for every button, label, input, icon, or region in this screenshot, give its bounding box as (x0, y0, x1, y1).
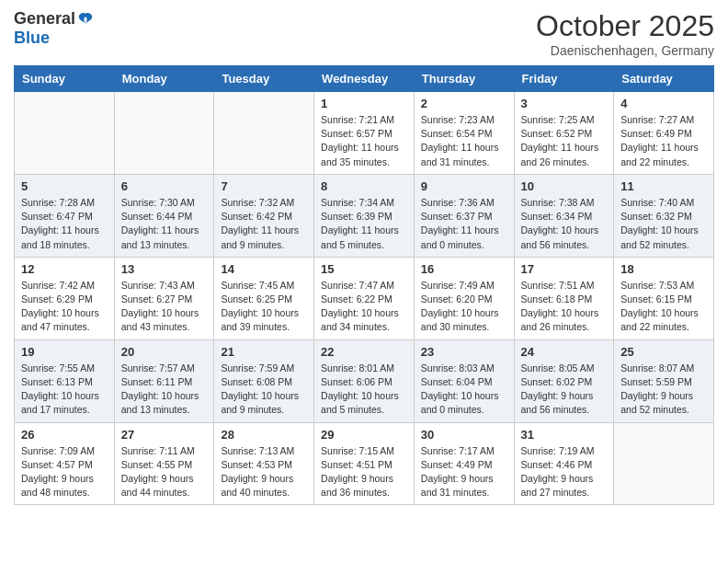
day-number: 26 (21, 428, 108, 442)
day-number: 31 (521, 428, 608, 442)
month-title: October 2025 (536, 9, 714, 43)
day-info: Sunrise: 7:17 AM Sunset: 4:49 PM Dayligh… (421, 444, 507, 500)
day-number: 4 (620, 97, 707, 110)
day-number: 2 (421, 97, 507, 110)
calendar-cell: 14Sunrise: 7:45 AM Sunset: 6:25 PM Dayli… (214, 257, 314, 339)
day-info: Sunrise: 7:28 AM Sunset: 6:47 PM Dayligh… (21, 196, 108, 252)
calendar-cell (114, 92, 214, 175)
day-number: 3 (521, 97, 608, 110)
day-number: 19 (21, 345, 108, 359)
calendar-cell: 8Sunrise: 7:34 AM Sunset: 6:39 PM Daylig… (314, 174, 415, 257)
day-info: Sunrise: 7:47 AM Sunset: 6:22 PM Dayligh… (321, 279, 407, 335)
day-info: Sunrise: 7:34 AM Sunset: 6:39 PM Dayligh… (321, 196, 407, 252)
day-info: Sunrise: 7:23 AM Sunset: 6:54 PM Dayligh… (421, 113, 507, 169)
day-number: 6 (121, 179, 208, 193)
day-info: Sunrise: 7:49 AM Sunset: 6:20 PM Dayligh… (421, 279, 507, 335)
day-info: Sunrise: 7:25 AM Sunset: 6:52 PM Dayligh… (521, 113, 608, 169)
col-sunday: Sunday (15, 66, 115, 92)
calendar-cell: 2Sunrise: 7:23 AM Sunset: 6:54 PM Daylig… (414, 92, 514, 175)
day-number: 22 (321, 345, 407, 359)
day-info: Sunrise: 7:40 AM Sunset: 6:32 PM Dayligh… (620, 196, 707, 252)
day-info: Sunrise: 7:51 AM Sunset: 6:18 PM Dayligh… (521, 279, 608, 335)
logo-general-text: General (14, 9, 75, 29)
day-info: Sunrise: 7:57 AM Sunset: 6:11 PM Dayligh… (121, 362, 208, 418)
title-section: October 2025 Daenischenhagen, Germany (536, 9, 714, 58)
day-number: 7 (221, 179, 307, 193)
calendar-cell: 9Sunrise: 7:36 AM Sunset: 6:37 PM Daylig… (414, 174, 514, 257)
calendar-week-row: 12Sunrise: 7:42 AM Sunset: 6:29 PM Dayli… (15, 257, 714, 339)
calendar-cell: 11Sunrise: 7:40 AM Sunset: 6:32 PM Dayli… (614, 174, 714, 257)
header: General Blue October 2025 Daenischenhage… (14, 9, 714, 58)
day-number: 29 (321, 428, 407, 442)
col-thursday: Thursday (414, 66, 514, 92)
col-friday: Friday (514, 66, 614, 92)
calendar-cell: 31Sunrise: 7:19 AM Sunset: 4:46 PM Dayli… (514, 422, 614, 505)
day-info: Sunrise: 7:53 AM Sunset: 6:15 PM Dayligh… (620, 279, 707, 335)
calendar-cell: 1Sunrise: 7:21 AM Sunset: 6:57 PM Daylig… (314, 92, 415, 175)
calendar-cell: 20Sunrise: 7:57 AM Sunset: 6:11 PM Dayli… (114, 339, 214, 422)
day-info: Sunrise: 8:05 AM Sunset: 6:02 PM Dayligh… (521, 362, 608, 418)
day-info: Sunrise: 7:09 AM Sunset: 4:57 PM Dayligh… (21, 444, 108, 500)
day-info: Sunrise: 8:07 AM Sunset: 5:59 PM Dayligh… (620, 362, 707, 418)
day-number: 10 (521, 179, 608, 193)
day-info: Sunrise: 7:30 AM Sunset: 6:44 PM Dayligh… (121, 196, 208, 252)
calendar-cell: 24Sunrise: 8:05 AM Sunset: 6:02 PM Dayli… (514, 339, 614, 422)
calendar-cell: 13Sunrise: 7:43 AM Sunset: 6:27 PM Dayli… (114, 257, 214, 339)
calendar-cell: 16Sunrise: 7:49 AM Sunset: 6:20 PM Dayli… (414, 257, 514, 339)
calendar-cell: 6Sunrise: 7:30 AM Sunset: 6:44 PM Daylig… (114, 174, 214, 257)
day-number: 1 (321, 97, 407, 110)
day-number: 17 (521, 262, 608, 276)
day-info: Sunrise: 7:32 AM Sunset: 6:42 PM Dayligh… (221, 196, 307, 252)
calendar-cell: 18Sunrise: 7:53 AM Sunset: 6:15 PM Dayli… (614, 257, 714, 339)
day-number: 9 (421, 179, 507, 193)
calendar-cell: 23Sunrise: 8:03 AM Sunset: 6:04 PM Dayli… (414, 339, 514, 422)
calendar-week-row: 26Sunrise: 7:09 AM Sunset: 4:57 PM Dayli… (15, 422, 714, 505)
day-info: Sunrise: 7:19 AM Sunset: 4:46 PM Dayligh… (521, 444, 608, 500)
day-info: Sunrise: 7:45 AM Sunset: 6:25 PM Dayligh… (221, 279, 307, 335)
day-info: Sunrise: 7:21 AM Sunset: 6:57 PM Dayligh… (321, 113, 407, 169)
calendar-cell: 17Sunrise: 7:51 AM Sunset: 6:18 PM Dayli… (514, 257, 614, 339)
calendar-week-row: 1Sunrise: 7:21 AM Sunset: 6:57 PM Daylig… (15, 92, 714, 175)
day-number: 30 (421, 428, 507, 442)
calendar-cell: 30Sunrise: 7:17 AM Sunset: 4:49 PM Dayli… (414, 422, 514, 505)
day-number: 11 (620, 179, 707, 193)
calendar-table: Sunday Monday Tuesday Wednesday Thursday… (14, 65, 714, 505)
logo-blue-text: Blue (14, 29, 50, 48)
day-number: 15 (321, 262, 407, 276)
calendar-cell: 12Sunrise: 7:42 AM Sunset: 6:29 PM Dayli… (15, 257, 115, 339)
location: Daenischenhagen, Germany (536, 43, 714, 58)
day-info: Sunrise: 7:13 AM Sunset: 4:53 PM Dayligh… (221, 444, 307, 500)
day-number: 20 (121, 345, 208, 359)
calendar-cell: 7Sunrise: 7:32 AM Sunset: 6:42 PM Daylig… (214, 174, 314, 257)
day-info: Sunrise: 7:55 AM Sunset: 6:13 PM Dayligh… (21, 362, 108, 418)
calendar-cell (15, 92, 115, 175)
day-number: 25 (620, 345, 707, 359)
col-wednesday: Wednesday (314, 66, 415, 92)
calendar-cell: 28Sunrise: 7:13 AM Sunset: 4:53 PM Dayli… (214, 422, 314, 505)
day-number: 16 (421, 262, 507, 276)
day-number: 13 (121, 262, 208, 276)
calendar-cell: 22Sunrise: 8:01 AM Sunset: 6:06 PM Dayli… (314, 339, 415, 422)
day-info: Sunrise: 7:38 AM Sunset: 6:34 PM Dayligh… (521, 196, 608, 252)
day-info: Sunrise: 7:36 AM Sunset: 6:37 PM Dayligh… (421, 196, 507, 252)
calendar-cell: 25Sunrise: 8:07 AM Sunset: 5:59 PM Dayli… (614, 339, 714, 422)
day-number: 24 (521, 345, 608, 359)
day-number: 5 (21, 179, 108, 193)
col-tuesday: Tuesday (214, 66, 314, 92)
day-number: 12 (21, 262, 108, 276)
day-info: Sunrise: 7:42 AM Sunset: 6:29 PM Dayligh… (21, 279, 108, 335)
calendar-cell: 29Sunrise: 7:15 AM Sunset: 4:51 PM Dayli… (314, 422, 415, 505)
day-info: Sunrise: 7:11 AM Sunset: 4:55 PM Dayligh… (121, 444, 208, 500)
day-info: Sunrise: 7:43 AM Sunset: 6:27 PM Dayligh… (121, 279, 208, 335)
calendar-cell: 10Sunrise: 7:38 AM Sunset: 6:34 PM Dayli… (514, 174, 614, 257)
day-info: Sunrise: 7:59 AM Sunset: 6:08 PM Dayligh… (221, 362, 307, 418)
day-number: 23 (421, 345, 507, 359)
day-number: 21 (221, 345, 307, 359)
calendar-cell: 5Sunrise: 7:28 AM Sunset: 6:47 PM Daylig… (15, 174, 115, 257)
col-monday: Monday (114, 66, 214, 92)
calendar-cell: 19Sunrise: 7:55 AM Sunset: 6:13 PM Dayli… (15, 339, 115, 422)
calendar-cell: 21Sunrise: 7:59 AM Sunset: 6:08 PM Dayli… (214, 339, 314, 422)
calendar-cell (214, 92, 314, 175)
page-container: General Blue October 2025 Daenischenhage… (0, 0, 728, 514)
col-saturday: Saturday (614, 66, 714, 92)
